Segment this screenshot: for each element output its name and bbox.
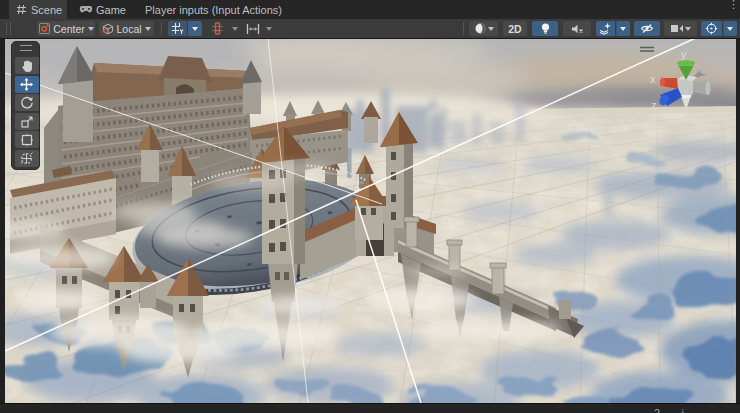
svg-text:x: x [650,73,656,85]
svg-text:z: z [651,99,657,111]
svg-text:y: y [681,48,687,60]
